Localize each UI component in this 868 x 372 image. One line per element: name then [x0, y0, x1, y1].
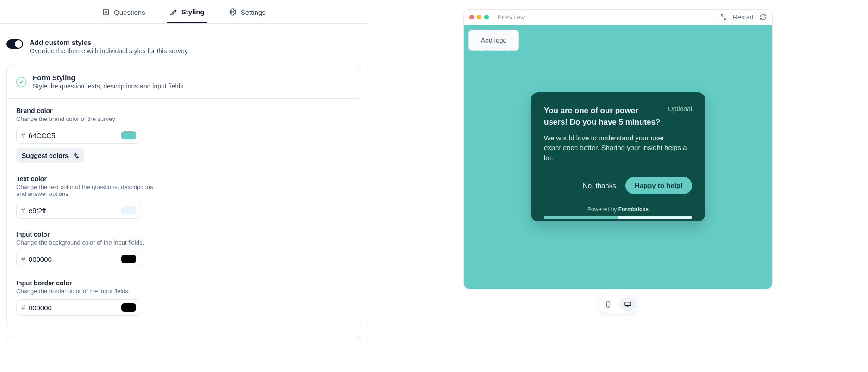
- refresh-icon[interactable]: [759, 13, 767, 21]
- custom-styles-title: Add custom styles: [30, 38, 189, 46]
- viewport-switch: [598, 296, 638, 313]
- progress-bar: [544, 216, 692, 219]
- hash-prefix: #: [21, 255, 25, 263]
- svg-point-1: [231, 11, 234, 13]
- mobile-view-button[interactable]: [600, 298, 617, 311]
- powered-brand[interactable]: Formbricks: [618, 206, 649, 213]
- tab-styling[interactable]: Styling: [167, 6, 207, 23]
- window-dots: [469, 15, 489, 19]
- preview-frame: Preview Restart Add logo You are one of …: [463, 9, 773, 289]
- input-color-swatch[interactable]: [121, 255, 136, 263]
- text-color-desc: Change the text color of the questions, …: [16, 183, 155, 197]
- brand-color-desc: Change the brand color of the survey: [16, 115, 155, 122]
- powered-by: Powered by Formbricks: [544, 206, 692, 213]
- close-dot-icon: [469, 15, 474, 19]
- input-border-swatch[interactable]: [121, 303, 136, 312]
- input-border-label: Input border color: [16, 279, 351, 287]
- input-color-input-wrap: #: [16, 251, 141, 267]
- custom-styles-desc: Override the theme with individual style…: [30, 47, 189, 55]
- minimize-dot-icon: [477, 15, 481, 19]
- brand-color-input[interactable]: [29, 132, 118, 139]
- form-styling-card: Form Styling Style the question texts, d…: [6, 65, 361, 329]
- desktop-view-button[interactable]: [619, 298, 636, 311]
- text-color-input-wrap: #: [16, 202, 141, 219]
- tab-label-questions: Questions: [114, 8, 145, 16]
- next-card-peek: [6, 336, 361, 340]
- question-title: You are one of our power users! Do you h…: [544, 105, 661, 128]
- custom-styles-toggle[interactable]: [6, 39, 23, 49]
- hash-prefix: #: [21, 132, 25, 139]
- input-color-desc: Change the background color of the input…: [16, 239, 155, 246]
- no-thanks-button[interactable]: No, thanks.: [583, 182, 618, 189]
- add-logo-button[interactable]: Add logo: [468, 30, 519, 51]
- survey-card: You are one of our power users! Do you h…: [531, 92, 705, 221]
- hash-prefix: #: [21, 207, 25, 214]
- monitor-icon: [624, 301, 631, 308]
- svg-rect-3: [625, 302, 631, 306]
- expand-icon[interactable]: [720, 13, 727, 21]
- powered-prefix: Powered by: [587, 206, 618, 213]
- maximize-dot-icon: [484, 15, 489, 19]
- suggest-label: Suggest colors: [22, 152, 69, 159]
- tab-label-styling: Styling: [181, 8, 205, 16]
- brand-color-input-wrap: #: [16, 127, 141, 144]
- text-color-swatch[interactable]: [121, 206, 136, 214]
- form-styling-desc: Style the question texts, descriptions a…: [33, 82, 185, 90]
- input-border-desc: Change the border color of the input fie…: [16, 288, 155, 295]
- form-styling-title: Form Styling: [33, 74, 185, 82]
- brand-color-label: Brand color: [16, 107, 351, 114]
- progress-fill: [544, 216, 618, 219]
- suggest-colors-button[interactable]: Suggest colors: [16, 148, 84, 163]
- input-border-input-wrap: #: [16, 299, 141, 316]
- text-color-label: Text color: [16, 175, 351, 183]
- tab-questions[interactable]: Questions: [99, 6, 148, 23]
- input-border-input[interactable]: [29, 304, 118, 312]
- preview-title: Preview: [497, 13, 525, 21]
- brand-color-swatch[interactable]: [121, 131, 136, 139]
- tabs: Questions Styling Settings: [0, 0, 368, 24]
- hash-prefix: #: [21, 304, 25, 311]
- tab-label-settings: Settings: [241, 8, 266, 16]
- brush-icon: [169, 7, 178, 16]
- input-color-label: Input color: [16, 231, 351, 238]
- text-color-input[interactable]: [29, 207, 118, 214]
- document-icon: [102, 8, 110, 16]
- tab-settings[interactable]: Settings: [226, 6, 269, 23]
- check-icon: [16, 77, 26, 87]
- happy-button[interactable]: Happy to help!: [625, 177, 692, 194]
- question-description: We would love to understand your user ex…: [544, 133, 692, 163]
- gear-icon: [229, 8, 237, 16]
- input-color-input[interactable]: [29, 255, 118, 263]
- optional-label: Optional: [668, 105, 692, 113]
- restart-button[interactable]: Restart: [733, 13, 754, 21]
- mobile-icon: [605, 301, 612, 308]
- sparkle-icon: [72, 152, 79, 159]
